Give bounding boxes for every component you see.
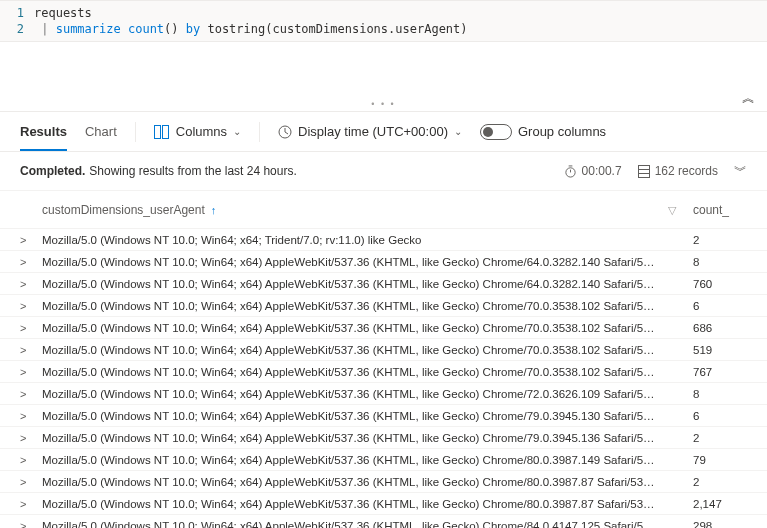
status-completed: Completed.	[20, 164, 85, 178]
collapse-up-icon[interactable]: ︽	[742, 89, 755, 107]
cell-useragent: Mozilla/5.0 (Windows NT 10.0; Win64; x64…	[38, 300, 657, 312]
cell-useragent: Mozilla/5.0 (Windows NT 10.0; Win64; x64…	[38, 476, 657, 488]
separator	[259, 122, 260, 142]
duration-metric: 00:00.7	[564, 164, 622, 178]
query-editor[interactable]: 1requests2 | summarize count() by tostri…	[0, 0, 767, 42]
header-filter[interactable]: ▽	[657, 203, 687, 217]
cell-useragent: Mozilla/5.0 (Windows NT 10.0; Win64; x64…	[38, 278, 657, 290]
table-row[interactable]: >Mozilla/5.0 (Windows NT 10.0; Win64; x6…	[0, 471, 767, 493]
chevron-down-icon: ⌄	[233, 126, 241, 137]
cell-useragent: Mozilla/5.0 (Windows NT 10.0; Win64; x64…	[38, 366, 657, 378]
expand-row-icon[interactable]: >	[20, 520, 38, 529]
cell-count: 298	[687, 520, 747, 529]
cell-useragent: Mozilla/5.0 (Windows NT 10.0; Win64; x64…	[38, 520, 657, 529]
cell-useragent: Mozilla/5.0 (Windows NT 10.0; Win64; x64…	[38, 432, 657, 444]
cell-count: 2	[687, 476, 747, 488]
cell-useragent: Mozilla/5.0 (Windows NT 10.0; Win64; x64…	[38, 256, 657, 268]
expand-row-icon[interactable]: >	[20, 498, 38, 510]
line-number: 2	[0, 21, 34, 37]
table-row[interactable]: >Mozilla/5.0 (Windows NT 10.0; Win64; x6…	[0, 229, 767, 251]
header-useragent[interactable]: customDimensions_userAgent ↑	[38, 203, 657, 217]
cell-count: 8	[687, 256, 747, 268]
sort-asc-icon: ↑	[211, 204, 217, 216]
duration-value: 00:00.7	[582, 164, 622, 178]
expand-row-icon[interactable]: >	[20, 432, 38, 444]
cell-count: 8	[687, 388, 747, 400]
stopwatch-icon	[564, 165, 577, 178]
table-row[interactable]: >Mozilla/5.0 (Windows NT 10.0; Win64; x6…	[0, 317, 767, 339]
drag-handle-icon[interactable]: • • •	[371, 99, 395, 109]
toggle-switch-icon[interactable]	[480, 124, 512, 140]
svg-rect-0	[154, 125, 160, 138]
expand-row-icon[interactable]: >	[20, 300, 38, 312]
records-metric: 162 records	[638, 164, 718, 178]
cell-count: 6	[687, 410, 747, 422]
expand-row-icon[interactable]: >	[20, 410, 38, 422]
status-subtext: Showing results from the last 24 hours.	[89, 164, 296, 178]
splitter-region[interactable]: • • • ︽	[0, 42, 767, 112]
cell-count: 2	[687, 234, 747, 246]
columns-icon	[154, 125, 170, 139]
cell-useragent: Mozilla/5.0 (Windows NT 10.0; Win64; x64…	[38, 322, 657, 334]
expand-row-icon[interactable]: >	[20, 454, 38, 466]
group-columns-toggle[interactable]: Group columns	[480, 124, 606, 140]
table-row[interactable]: >Mozilla/5.0 (Windows NT 10.0; Win64; x6…	[0, 383, 767, 405]
table-row[interactable]: >Mozilla/5.0 (Windows NT 10.0; Win64; x6…	[0, 251, 767, 273]
tab-results[interactable]: Results	[20, 114, 67, 151]
table-row[interactable]: >Mozilla/5.0 (Windows NT 10.0; Win64; x6…	[0, 295, 767, 317]
expand-row-icon[interactable]: >	[20, 278, 38, 290]
code-line[interactable]: requests	[34, 5, 92, 21]
table-row[interactable]: >Mozilla/5.0 (Windows NT 10.0; Win64; x6…	[0, 405, 767, 427]
cell-useragent: Mozilla/5.0 (Windows NT 10.0; Win64; x64…	[38, 388, 657, 400]
display-time-label: Display time (UTC+00:00)	[298, 124, 448, 139]
table-row[interactable]: >Mozilla/5.0 (Windows NT 10.0; Win64; x6…	[0, 515, 767, 528]
cell-count: 686	[687, 322, 747, 334]
expand-row-icon[interactable]: >	[20, 256, 38, 268]
cell-count: 519	[687, 344, 747, 356]
records-icon	[638, 165, 650, 178]
cell-count: 6	[687, 300, 747, 312]
code-line[interactable]: | summarize count() by tostring(customDi…	[34, 21, 468, 37]
tab-chart[interactable]: Chart	[85, 114, 117, 151]
columns-label: Columns	[176, 124, 227, 139]
table-row[interactable]: >Mozilla/5.0 (Windows NT 10.0; Win64; x6…	[0, 427, 767, 449]
cell-count: 2,147	[687, 498, 747, 510]
table-row[interactable]: >Mozilla/5.0 (Windows NT 10.0; Win64; x6…	[0, 273, 767, 295]
header-useragent-label: customDimensions_userAgent	[42, 203, 205, 217]
cell-count: 767	[687, 366, 747, 378]
view-tabs: Results Chart	[20, 114, 117, 150]
clock-icon	[278, 125, 292, 139]
chevron-down-icon: ⌄	[454, 126, 462, 137]
filter-icon: ▽	[668, 204, 676, 216]
expand-row-icon[interactable]: >	[20, 388, 38, 400]
status-bar: Completed. Showing results from the last…	[0, 152, 767, 190]
table-row[interactable]: >Mozilla/5.0 (Windows NT 10.0; Win64; x6…	[0, 449, 767, 471]
header-count[interactable]: count_	[687, 203, 747, 217]
expand-down-icon[interactable]: ︾	[734, 162, 747, 180]
results-table[interactable]: customDimensions_userAgent ↑ ▽ count_ >M…	[0, 190, 767, 528]
cell-useragent: Mozilla/5.0 (Windows NT 10.0; Win64; x64…	[38, 454, 657, 466]
records-value: 162 records	[655, 164, 718, 178]
expand-row-icon[interactable]: >	[20, 234, 38, 246]
table-row[interactable]: >Mozilla/5.0 (Windows NT 10.0; Win64; x6…	[0, 493, 767, 515]
table-row[interactable]: >Mozilla/5.0 (Windows NT 10.0; Win64; x6…	[0, 361, 767, 383]
results-toolbar: Results Chart Columns ⌄ Display time (UT…	[0, 112, 767, 152]
expand-row-icon[interactable]: >	[20, 344, 38, 356]
svg-rect-1	[162, 125, 168, 138]
cell-count: 2	[687, 432, 747, 444]
cell-useragent: Mozilla/5.0 (Windows NT 10.0; Win64; x64…	[38, 344, 657, 356]
table-row[interactable]: >Mozilla/5.0 (Windows NT 10.0; Win64; x6…	[0, 339, 767, 361]
cell-count: 760	[687, 278, 747, 290]
svg-rect-4	[638, 165, 649, 177]
table-header-row: customDimensions_userAgent ↑ ▽ count_	[0, 191, 767, 229]
expand-row-icon[interactable]: >	[20, 322, 38, 334]
expand-row-icon[interactable]: >	[20, 366, 38, 378]
separator	[135, 122, 136, 142]
cell-useragent: Mozilla/5.0 (Windows NT 10.0; Win64; x64…	[38, 410, 657, 422]
cell-useragent: Mozilla/5.0 (Windows NT 10.0; Win64; x64…	[38, 234, 657, 246]
expand-row-icon[interactable]: >	[20, 476, 38, 488]
cell-useragent: Mozilla/5.0 (Windows NT 10.0; Win64; x64…	[38, 498, 657, 510]
svg-point-3	[565, 167, 574, 176]
columns-button[interactable]: Columns ⌄	[154, 124, 241, 139]
display-time-button[interactable]: Display time (UTC+00:00) ⌄	[278, 124, 462, 139]
